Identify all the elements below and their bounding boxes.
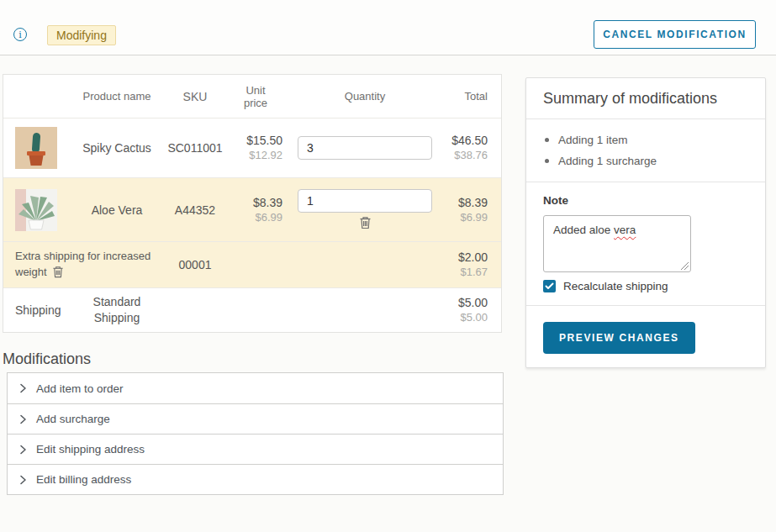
status-badge: Modifying bbox=[47, 25, 116, 45]
accordion-item-label: Edit shipping address bbox=[36, 443, 145, 456]
accordion-item-add-item-to-order[interactable]: Add item to order bbox=[8, 373, 503, 403]
surcharge-sku: 00001 bbox=[161, 258, 229, 271]
accordion-item-label: Add item to order bbox=[36, 382, 124, 395]
summary-panel-title: Summary of modifications bbox=[526, 78, 765, 119]
accordion-item-label: Edit billing address bbox=[36, 473, 131, 486]
checkbox-checked-icon[interactable] bbox=[543, 280, 556, 292]
line-total: $2.00 bbox=[447, 250, 488, 266]
preview-changes-button[interactable]: PREVIEW CHANGES bbox=[543, 322, 695, 354]
summary-bullet: Adding 1 item bbox=[526, 129, 765, 150]
summary-bullet: Adding 1 surcharge bbox=[526, 150, 765, 171]
table-row: Aloe Vera A44352 $8.39 $6.99 $8.39 $6.99 bbox=[3, 177, 501, 241]
quantity-input[interactable] bbox=[298, 136, 432, 160]
note-text: Added aloe bbox=[553, 224, 614, 236]
recalculate-shipping-label: Recalculate shipping bbox=[563, 280, 668, 292]
unit-price: $8.39 bbox=[229, 195, 282, 211]
column-header-total: Total bbox=[447, 90, 501, 103]
delete-surcharge-button[interactable] bbox=[50, 265, 66, 279]
status-badge-label: Modifying bbox=[56, 29, 107, 42]
line-total-secondary: $38.76 bbox=[447, 149, 488, 163]
table-row: Spiky Cactus SC011001 $15.50 $12.92 $46.… bbox=[3, 118, 501, 177]
table-row: Extra shipping for increased weight 0000… bbox=[3, 241, 501, 287]
modifications-title: Modifications bbox=[3, 350, 91, 368]
line-total-secondary: $1.67 bbox=[447, 266, 488, 280]
column-header-unit-price: Unit price bbox=[229, 84, 282, 109]
table-row: Shipping Standard Shipping $5.00 $5.00 bbox=[3, 287, 501, 332]
summary-bullet-list: Adding 1 item Adding 1 surcharge bbox=[526, 119, 765, 182]
product-sku: SC011001 bbox=[161, 141, 229, 155]
trash-icon bbox=[52, 266, 64, 278]
table-header-row: Product name SKU Unit price Quantity Tot… bbox=[3, 75, 501, 118]
product-name: Spiky Cactus bbox=[72, 141, 161, 155]
chevron-right-icon bbox=[19, 383, 27, 393]
line-total: $46.50 bbox=[447, 133, 488, 149]
accordion-item-label: Add surcharge bbox=[36, 413, 110, 425]
line-total: $8.39 bbox=[447, 195, 488, 211]
unit-price-secondary: $12.92 bbox=[229, 149, 282, 163]
recalculate-shipping-checkbox-row[interactable]: Recalculate shipping bbox=[543, 280, 748, 292]
accordion-item-edit-billing-address[interactable]: Edit billing address bbox=[8, 464, 503, 494]
line-total-secondary: $6.99 bbox=[447, 211, 488, 225]
summary-of-modifications-panel: Summary of modifications Adding 1 item A… bbox=[525, 77, 766, 368]
delete-item-button[interactable] bbox=[357, 215, 373, 230]
surcharge-name: Extra shipping for increased weight bbox=[15, 250, 150, 278]
product-name: Aloe Vera bbox=[72, 203, 161, 217]
note-textarea[interactable]: Added aloe vera bbox=[543, 215, 691, 272]
line-total-secondary: $5.00 bbox=[447, 311, 488, 325]
column-header-sku: SKU bbox=[161, 90, 229, 103]
shipping-method: Standard Shipping bbox=[72, 294, 161, 326]
top-bar: i Modifying CANCEL MODIFICATION bbox=[0, 0, 776, 55]
note-section: Note Added aloe vera Recalculate shippin… bbox=[526, 182, 765, 306]
chevron-right-icon bbox=[19, 445, 27, 455]
unit-price-secondary: $6.99 bbox=[229, 211, 282, 225]
chevron-right-icon bbox=[19, 414, 27, 424]
quantity-input[interactable] bbox=[298, 189, 432, 213]
product-image-aloe-vera bbox=[15, 189, 57, 231]
line-total: $5.00 bbox=[447, 295, 488, 311]
accordion-item-add-surcharge[interactable]: Add surcharge bbox=[8, 403, 503, 434]
shipping-row-label: Shipping bbox=[3, 303, 72, 317]
chevron-right-icon bbox=[19, 475, 27, 485]
trash-icon bbox=[359, 216, 372, 229]
modifications-accordion: Add item to order Add surcharge Edit shi… bbox=[7, 372, 504, 495]
order-items-table: Product name SKU Unit price Quantity Tot… bbox=[3, 74, 502, 333]
info-icon[interactable]: i bbox=[13, 28, 27, 41]
cancel-modification-button[interactable]: CANCEL MODIFICATION bbox=[594, 20, 756, 49]
column-header-product-name: Product name bbox=[72, 90, 161, 103]
accordion-item-edit-shipping-address[interactable]: Edit shipping address bbox=[8, 434, 503, 464]
product-sku: A44352 bbox=[161, 203, 229, 217]
unit-price: $15.50 bbox=[229, 133, 282, 149]
product-image-spiky-cactus bbox=[15, 127, 57, 169]
column-header-quantity: Quantity bbox=[282, 90, 447, 103]
note-label: Note bbox=[543, 194, 748, 207]
note-text-misspelled: vera bbox=[614, 224, 636, 236]
